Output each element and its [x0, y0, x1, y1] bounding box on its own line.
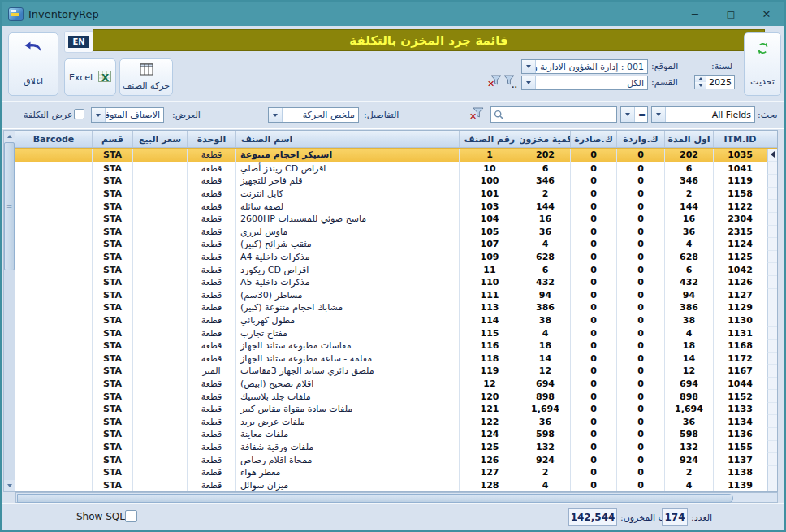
table-row[interactable]: STA قطعة ميزان سوائل 128 4 0 0 4 1139	[15, 478, 777, 491]
scroll-down-icon[interactable]	[4, 480, 15, 491]
refresh-button[interactable]: تحديث	[744, 32, 781, 96]
cell-qty-out: 0	[571, 188, 617, 201]
table-row[interactable]: STA قطعة اقراص CD ريندز أصلي 10 6 0 0 6 …	[15, 162, 777, 175]
excel-export-button[interactable]: Excel X	[64, 58, 116, 96]
col-header-price[interactable]: سعر البيع	[133, 131, 188, 147]
table-row[interactable]: STA قطعة مشابك احجام متنوعة (كبير) 113 3…	[15, 301, 777, 314]
operator-dropdown[interactable]: =	[620, 106, 648, 123]
view-dropdown[interactable]: الاصناف المتوفرة	[91, 107, 164, 123]
table-row[interactable]: STA قطعة ممحاة اقلام رصاص 126 924 0 0 92…	[15, 453, 777, 466]
cell-unit: قطعة	[188, 403, 236, 416]
details-dropdown[interactable]: ملخص الحركة	[268, 107, 359, 123]
table-row[interactable]: STA قطعة مطول كهربائي 114 38 0 0 38 1130	[15, 314, 777, 327]
chevron-down-icon[interactable]	[621, 107, 635, 122]
table-row[interactable]: STA قطعة معطر هواء 127 2 0 0 2 1138	[15, 466, 777, 479]
show-sql-checkbox[interactable]	[125, 510, 137, 522]
maximize-button[interactable]: ◻	[713, 2, 749, 26]
chevron-down-icon[interactable]	[522, 60, 536, 73]
cell-barcode	[15, 365, 93, 378]
clear-search-filter-icon[interactable]: ✕	[469, 107, 484, 121]
table-row[interactable]: STA قطعة مفتاح تجارب 115 4 0 0 4 1131	[15, 327, 777, 340]
search-input[interactable]	[507, 107, 628, 122]
cell-dept: STA	[93, 478, 133, 491]
scroll-up-icon[interactable]	[4, 131, 15, 142]
cell-stock: 6	[520, 162, 571, 175]
search-field-dropdown[interactable]: All Fields	[651, 106, 755, 123]
item-movement-button[interactable]: حركة الصنف	[119, 58, 173, 96]
cell-stock: 432	[520, 276, 571, 289]
col-header-dept[interactable]: قسم	[93, 131, 133, 147]
cell-qty-in: 0	[617, 276, 665, 289]
table-row[interactable]: STA قطعة ماوس ليزري 105 36 0 0 36 2315	[15, 226, 777, 239]
filter-edit-icon[interactable]: ..	[503, 75, 517, 89]
scrollbar-thumb[interactable]: =	[4, 142, 15, 270]
table-row[interactable]: STA قطعة مساطر (30سم) 111 94 0 0 94 1127	[15, 289, 777, 302]
table-row[interactable]: STA قطعة اقلام تصحيح (ابيض) 12 694 0 0 6…	[15, 378, 777, 391]
table-row[interactable]: STA قطعة قلم فاخر للتجهيز 100 346 0 0 34…	[15, 175, 777, 188]
col-header-stock[interactable]: كمية مخزون	[520, 131, 571, 147]
table-row[interactable]: STA قطعة مذكرات داخلية A5 110 432 0 0 43…	[15, 276, 777, 289]
chevron-down-icon[interactable]	[269, 108, 283, 122]
table-row[interactable]: STA قطعة مقاسات مطبوعة ستاند الجهاز 116 …	[15, 340, 777, 353]
cell-item-name: كابل انترنت	[236, 188, 460, 201]
table-row[interactable]: STA قطعة كابل انترنت 101 2 0 0 2 1158	[15, 188, 777, 201]
vertical-scrollbar[interactable]: =	[3, 130, 15, 492]
cell-price	[133, 226, 188, 239]
cell-dept: STA	[93, 175, 133, 188]
table-row[interactable]: STA قطعة مقلمة - ساعة مطبوعة ستاند الجها…	[15, 353, 777, 365]
table-row[interactable]: STA قطعة ملفات ورقية شفافة 125 132 0 0 1…	[15, 441, 777, 454]
language-toggle-button[interactable]: EN	[68, 36, 89, 48]
col-header-unit[interactable]: الوحدة	[188, 131, 236, 147]
col-header-opening[interactable]: اول المدة	[665, 131, 714, 147]
chevron-down-icon[interactable]	[652, 107, 666, 122]
cell-dept: STA	[93, 238, 133, 251]
row-indicator	[767, 188, 777, 201]
cell-qty-in: 0	[617, 478, 665, 491]
row-indicator	[767, 466, 777, 479]
cell-itm-id: 1044	[714, 378, 767, 391]
col-header-qty-out[interactable]: ك.صادرة	[571, 131, 617, 147]
table-row[interactable]: STA قطعة ماسح ضوئي للمستندات 2600HP 104 …	[15, 213, 777, 226]
horizontal-scrollbar[interactable]	[15, 492, 778, 503]
col-header-name[interactable]: اسم الصنف	[236, 131, 460, 147]
view-label: العرض:	[172, 110, 201, 120]
table-row[interactable]: STA قطعة ملفات معاينة 124 598 0 0 598 11…	[15, 428, 777, 441]
table-row[interactable]: STA قطعة ملفات عرض بريد 122 36 0 0 36 11…	[15, 415, 777, 428]
cell-item-name: مفتاح تجارب	[236, 327, 460, 340]
cell-stock: 14	[520, 353, 571, 365]
table-row[interactable]: STA قطعة لصقة سائلة 103 144 0 0 144 1122	[15, 200, 777, 213]
col-header-itemno[interactable]: رقم الصنف	[460, 131, 520, 147]
cell-itm-id: 1126	[714, 276, 767, 289]
table-row[interactable]: STA قطعة استيكر احجام متنوعة 1 202 0 0 2…	[15, 148, 777, 162]
table-row[interactable]: STA المتر ملصق دائري ستاند الجهاز 3مقاسا…	[15, 365, 777, 378]
cell-qty-out: 0	[571, 353, 617, 365]
cell-unit: قطعة	[188, 149, 236, 162]
show-cost-checkbox[interactable]	[74, 109, 84, 119]
table-row[interactable]: STA قطعة مثقب شرائح (كبير) 107 4 0 0 4 1…	[15, 238, 777, 251]
year-spin-buttons[interactable]	[695, 76, 706, 89]
cell-item-name: ملفات سادة مقواة مقاس كبير	[236, 403, 460, 416]
table-row[interactable]: STA قطعة اقراص CD ريكورد 11 6 0 0 6 1042	[15, 263, 777, 276]
chevron-down-icon[interactable]	[92, 108, 106, 122]
close-form-button[interactable]: اغلاق	[8, 32, 58, 96]
col-header-qty-in[interactable]: ك.واردة	[617, 131, 665, 147]
col-header-itm-id[interactable]: ITM.ID	[714, 131, 767, 147]
department-dropdown[interactable]: الكل	[521, 76, 648, 90]
clear-filter-icon[interactable]: ✕	[487, 75, 502, 89]
col-header-barcode[interactable]: Barcode	[15, 131, 93, 147]
cell-qty-in: 0	[617, 175, 665, 188]
cell-dept: STA	[93, 415, 133, 428]
table-row[interactable]: STA قطعة مذكرات داخلية A4 109 628 0 0 62…	[15, 251, 777, 264]
cell-opening: 202	[665, 149, 714, 162]
location-dropdown[interactable]: 001 : إدارة الشؤون الادارية و المالية	[521, 59, 648, 74]
chevron-down-icon[interactable]	[522, 76, 536, 89]
table-row[interactable]: STA قطعة ملفات جلد بلاستيك 120 898 0 0 8…	[15, 390, 777, 403]
report-title: قائمة جرد المخزن بالتكلفة	[349, 33, 507, 48]
table-row[interactable]: STA قطعة ملفات سادة مقواة مقاس كبير 121 …	[15, 403, 777, 416]
minimize-button[interactable]: ─	[677, 2, 713, 26]
row-indicator	[767, 213, 777, 226]
cell-qty-in: 0	[617, 200, 665, 213]
close-window-button[interactable]: ✕	[749, 2, 784, 26]
year-spinner[interactable]: 2025	[694, 75, 735, 89]
horizontal-scrollbar-thumb[interactable]	[17, 494, 733, 503]
